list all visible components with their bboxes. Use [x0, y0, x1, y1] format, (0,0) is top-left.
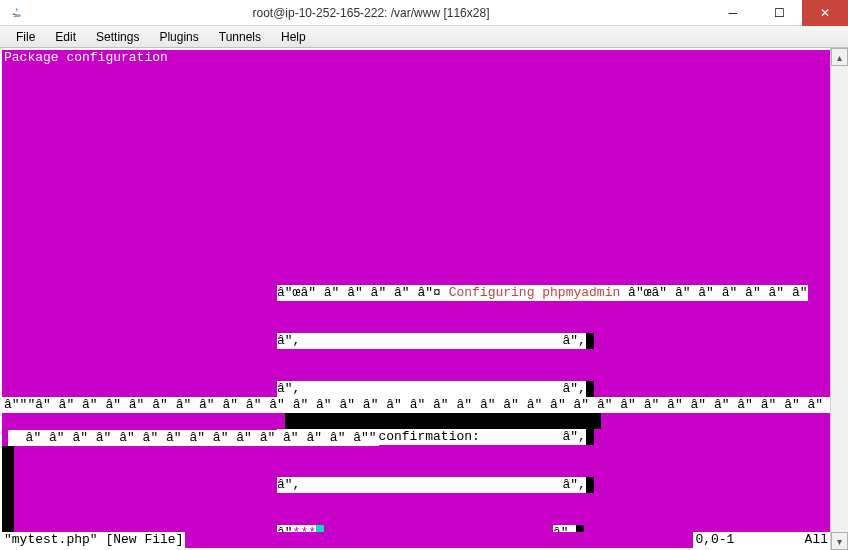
dialog-shadow: [586, 477, 594, 493]
window-title: root@ip-10-252-165-222: /var/www [116x28…: [32, 6, 710, 20]
menu-edit[interactable]: Edit: [45, 28, 86, 46]
left-pad: [2, 446, 14, 534]
dialog-side: â",: [562, 429, 585, 445]
menu-tunnels[interactable]: Tunnels: [209, 28, 271, 46]
status-position: 0,0-1 All: [693, 532, 830, 548]
status-filename: "mytest.php" [New File]: [2, 532, 185, 548]
dialog-border-right: â"œâ" â" â" â" â" â" â": [620, 285, 807, 301]
menu-plugins[interactable]: Plugins: [149, 28, 208, 46]
dialog-side: â",: [562, 333, 585, 349]
java-icon: [6, 3, 26, 23]
dialog-title: Configuring phpmyadmin: [449, 285, 621, 301]
menu-settings[interactable]: Settings: [86, 28, 149, 46]
dialog-side: â",: [562, 477, 585, 493]
maximize-button[interactable]: ☐: [756, 0, 802, 26]
menubar: File Edit Settings Plugins Tunnels Help: [0, 26, 848, 48]
dialog-shadow: [586, 333, 594, 349]
menu-help[interactable]: Help: [271, 28, 316, 46]
dialog-shadow: [586, 429, 594, 445]
menu-file[interactable]: File: [6, 28, 45, 46]
status-bar: "mytest.php" [New File] 0,0-1 All: [2, 532, 830, 548]
dialog-side: â",: [562, 381, 585, 397]
scroll-down-button[interactable]: ▾: [831, 532, 848, 550]
dialog-shadow: [586, 381, 594, 397]
small-border-strip: â" â" â" â" â" â" â" â" â" â" â" â" â" â…: [8, 430, 379, 446]
dialog-side: â",: [277, 381, 300, 397]
dialog-side: â",: [277, 333, 300, 349]
minimize-button[interactable]: ─: [710, 0, 756, 26]
scrollbar[interactable]: ▴ ▾: [830, 48, 848, 550]
scroll-up-button[interactable]: ▴: [831, 48, 848, 66]
close-button[interactable]: ✕: [802, 0, 848, 26]
dialog-side: â",: [277, 477, 300, 493]
terminal-container: Package configuration â"œâ" â" â" â" â" …: [0, 48, 848, 550]
package-config-label: Package configuration: [2, 50, 170, 66]
dialog-border-left: â"œâ" â" â" â" â" â"¤: [277, 285, 449, 301]
dialog-border-bottom: â"""â" â" â" â" â" â" â" â" â" â" â" â" …: [2, 397, 830, 413]
terminal[interactable]: Package configuration â"œâ" â" â" â" â" …: [2, 50, 830, 548]
titlebar: root@ip-10-252-165-222: /var/www [116x28…: [0, 0, 848, 26]
dialog-shadow-bottom: [285, 413, 601, 429]
